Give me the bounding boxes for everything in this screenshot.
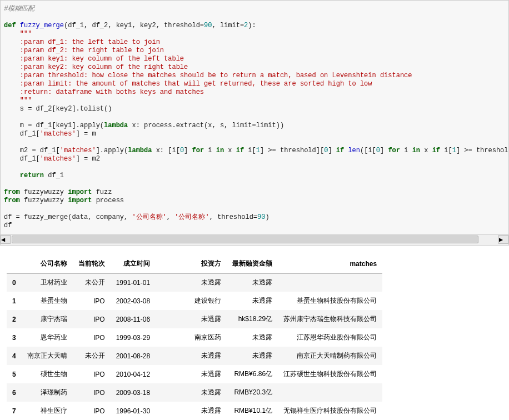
table-cell: 恩华药业 (22, 328, 73, 347)
table-cell: 泽璟制药 (22, 383, 73, 402)
code-line: m = df_1[key1].apply(lambda x: process.e… (4, 122, 505, 130)
table-cell: 硕世生物 (22, 365, 73, 383)
code-line: from fuzzywuzzy import fuzz (4, 188, 505, 197)
column-header (7, 254, 22, 273)
table-cell: 未透露 (227, 273, 278, 292)
code-line: def fuzzy_merge(df_1, df_2, key1, key2, … (4, 22, 505, 30)
code-line (4, 205, 505, 213)
table-row: 5硕世生物IPO2010-04-12未透露RMB¥6.86亿江苏硕世生物科技股份… (7, 365, 382, 383)
row-index: 2 (7, 310, 22, 328)
code-line: m2 = df_1['matches'].apply(lambda x: [i[… (4, 147, 505, 155)
table-cell: IPO (73, 365, 111, 383)
table-row: 1基蛋生物IPO2002-03-08建设银行未透露基蛋生物科技股份有限公司 (7, 292, 382, 310)
table-cell (278, 383, 382, 402)
table-cell: 未透露 (156, 347, 227, 365)
code-line: return df_1 (4, 172, 505, 180)
table-cell: IPO (73, 292, 111, 310)
table-cell: 未透露 (156, 273, 227, 292)
table-cell: hk$18.29亿 (227, 310, 278, 328)
table-cell: RMB¥6.86亿 (227, 365, 278, 383)
scroll-thumb[interactable] (12, 236, 478, 243)
code-line: :param key1: key column of the left tabl… (4, 55, 505, 63)
table-cell: IPO (73, 328, 111, 347)
row-index: 3 (7, 328, 22, 347)
table-row: 0卫材药业未公开1991-01-01未透露未透露 (7, 273, 382, 292)
code-line (4, 180, 505, 188)
code-line: :param df_2: the right table to join (4, 47, 505, 55)
table-cell: 江苏恩华药业股份有限公司 (278, 328, 382, 347)
code-line: :param key2: key column of the right tab… (4, 63, 505, 72)
code-line: s = df_2[key2].tolist() (4, 105, 505, 113)
column-header: 投资方 (156, 254, 227, 273)
code-line (4, 138, 505, 147)
column-header: 公司名称 (22, 254, 73, 273)
dataframe-output: 公司名称当前轮次成立时间投资方最新融资金额matches 0卫材药业未公开199… (0, 254, 509, 420)
table-cell: 2002-03-08 (111, 292, 156, 310)
table-cell: 未透露 (156, 402, 227, 420)
code-line: #模糊匹配 (4, 5, 505, 13)
table-cell: 卫材药业 (22, 273, 73, 292)
table-header-row: 公司名称当前轮次成立时间投资方最新融资金额matches (7, 254, 382, 273)
row-index: 1 (7, 292, 22, 310)
table-cell (278, 273, 382, 292)
table-cell: RMB¥10.1亿 (227, 402, 278, 420)
code-cell: #模糊匹配 def fuzzy_merge(df_1, df_2, key1, … (0, 0, 509, 235)
table-row: 6泽璟制药IPO2009-03-18未透露RMB¥20.3亿 (7, 383, 382, 402)
table-cell: 江苏硕世生物科技股份有限公司 (278, 365, 382, 383)
table-cell: 无锡祥生医疗科技股份有限公司 (278, 402, 382, 420)
column-header: 最新融资金额 (227, 254, 278, 273)
horizontal-scrollbar[interactable]: ◀ ▶ (0, 235, 509, 246)
table-cell: 2009-03-18 (111, 383, 156, 402)
code-line: """ (4, 30, 505, 38)
scroll-left-button[interactable]: ◀ (1, 235, 11, 244)
table-cell: RMB¥20.3亿 (227, 383, 278, 402)
table-cell: IPO (73, 402, 111, 420)
table-cell: 未公开 (73, 347, 111, 365)
dataframe-table: 公司名称当前轮次成立时间投资方最新融资金额matches 0卫材药业未公开199… (7, 254, 382, 420)
code-line: df_1['matches'] = m2 (4, 155, 505, 163)
table-row: 4南京正大天晴未公开2001-08-28未透露未透露南京正大天晴制药有限公司 (7, 347, 382, 365)
code-line: :return: dataframe with boths keys and m… (4, 88, 505, 97)
table-cell: 未透露 (227, 347, 278, 365)
table-cell: 康宁杰瑞 (22, 310, 73, 328)
table-cell: 1999-03-29 (111, 328, 156, 347)
table-cell: 未透露 (156, 383, 227, 402)
table-cell: 未透露 (156, 365, 227, 383)
code-line (4, 113, 505, 122)
table-cell: 基蛋生物 (22, 292, 73, 310)
table-cell: 祥生医疗 (22, 402, 73, 420)
table-cell: 未透露 (227, 328, 278, 347)
code-line: """ (4, 97, 505, 105)
code-line: df = fuzzy_merge(data, company, '公司名称', … (4, 213, 505, 222)
column-header: 成立时间 (111, 254, 156, 273)
code-line: :param df_1: the left table to join (4, 38, 505, 47)
table-cell: 未透露 (156, 310, 227, 328)
table-cell: 南京医药 (156, 328, 227, 347)
code-line: :param threshold: how close the matches … (4, 72, 505, 80)
column-header: matches (278, 254, 382, 273)
row-index: 6 (7, 383, 22, 402)
table-cell: 2010-04-12 (111, 365, 156, 383)
code-line: df_1['matches'] = m (4, 130, 505, 138)
table-row: 7祥生医疗IPO1996-01-30未透露RMB¥10.1亿无锡祥生医疗科技股份… (7, 402, 382, 420)
table-cell: IPO (73, 383, 111, 402)
table-cell: 苏州康宁杰瑞生物科技有限公司 (278, 310, 382, 328)
table-cell: 基蛋生物科技股份有限公司 (278, 292, 382, 310)
table-cell: 未公开 (73, 273, 111, 292)
row-index: 0 (7, 273, 22, 292)
code-line (4, 163, 505, 172)
table-cell: 南京正大天晴制药有限公司 (278, 347, 382, 365)
scroll-right-button[interactable]: ▶ (498, 235, 508, 244)
code-line (4, 13, 505, 22)
row-index: 5 (7, 365, 22, 383)
row-index: 7 (7, 402, 22, 420)
code-line: :param limit: the amount of matches that… (4, 80, 505, 88)
table-cell: 2001-08-28 (111, 347, 156, 365)
table-cell: 2008-11-06 (111, 310, 156, 328)
table-cell: IPO (73, 310, 111, 328)
row-index: 4 (7, 347, 22, 365)
table-row: 2康宁杰瑞IPO2008-11-06未透露hk$18.29亿苏州康宁杰瑞生物科技… (7, 310, 382, 328)
table-cell: 1996-01-30 (111, 402, 156, 420)
table-cell: 南京正大天晴 (22, 347, 73, 365)
code-line: from fuzzywuzzy import process (4, 197, 505, 205)
